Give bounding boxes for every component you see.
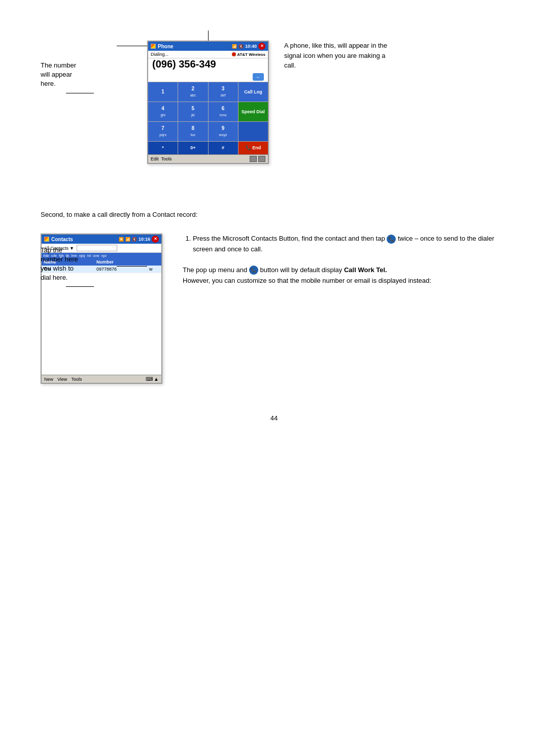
key-4[interactable]: 4ghi xyxy=(148,102,178,121)
key-3[interactable]: 3def xyxy=(209,82,238,102)
popup-text3: However, you can customize so that the m… xyxy=(183,277,431,284)
phone-icon-inline-2: 📞 xyxy=(249,266,258,275)
phone-backspace-area: ← xyxy=(148,72,268,82)
contacts-title-bar: Contacts 🔽 📶 🔇 10:16 ✕ xyxy=(42,235,161,244)
contacts-close-button[interactable]: ✕ xyxy=(152,236,159,243)
contacts-toolbar-new[interactable]: New xyxy=(44,377,53,382)
contacts-signal-icon: 📶 xyxy=(125,237,130,242)
signal-icon: 📶 xyxy=(232,44,237,49)
page-number-text: 44 xyxy=(270,414,278,422)
contacts-win-icon xyxy=(44,237,49,242)
middle-text: Second, to make a call directly from a C… xyxy=(41,211,507,218)
dialing-status: Dialing... xyxy=(151,52,168,57)
popup-info: The pop up menu and 📞 button will by def… xyxy=(183,265,507,286)
page-number: 44 xyxy=(41,414,507,422)
page: The number will appear here. Tap the num… xyxy=(0,0,548,452)
key-2[interactable]: 2abc xyxy=(178,82,208,102)
time-display: 10:40 xyxy=(245,44,257,49)
phone-icon-inline-1: 📞 xyxy=(387,235,396,244)
phone-title-text: Phone xyxy=(158,44,174,49)
key-5[interactable]: 5jkl xyxy=(178,102,208,121)
phone-keypad: 1 2abc 3def Call Log 4ghi 5jkl 6mno Spee… xyxy=(148,82,268,154)
phone-win-icon xyxy=(151,44,156,49)
contacts-filter-icon: 🔽 xyxy=(119,237,124,242)
toolbar-tools[interactable]: Tools xyxy=(161,156,172,161)
phone-title-bar: Phone 📶 🔇 10:40 ✕ xyxy=(148,42,268,51)
key-star[interactable]: * xyxy=(148,142,178,154)
instruction-1: Press the Microsoft Contacts Button, fin… xyxy=(193,234,507,255)
contact-flag: w xyxy=(149,267,159,272)
right-instructions: Press the Microsoft Contacts Button, fin… xyxy=(183,234,507,286)
contacts-toolbar-view[interactable]: View xyxy=(57,377,67,382)
contacts-time: 10:16 xyxy=(139,237,150,242)
phone-icons: 📶 🔇 10:40 ✕ xyxy=(232,43,265,50)
key-7[interactable]: 7pqrs xyxy=(148,122,178,141)
contacts-bottom-bar: New View Tools ⌨ ▲ xyxy=(42,375,161,383)
contacts-toolbar-items: New View Tools xyxy=(44,377,82,382)
left-labels: The number will appear here. Tap the num… xyxy=(41,30,142,180)
toolbar-icon-1 xyxy=(250,156,257,162)
key-6[interactable]: 6mno xyxy=(209,102,238,121)
phone-screen: Phone 📶 🔇 10:40 ✕ Dialing... AT&T Wirele… xyxy=(147,41,269,164)
keyboard-icon[interactable]: ⌨ xyxy=(146,376,153,382)
call-log-button[interactable]: Call Log xyxy=(238,82,268,102)
key-8[interactable]: 8tuv xyxy=(178,122,208,141)
phone-diagram: Phone 📶 🔇 10:40 ✕ Dialing... AT&T Wirele… xyxy=(147,30,269,164)
key-9[interactable]: 9wxyz xyxy=(209,122,238,141)
backspace-button[interactable]: ← xyxy=(253,73,264,81)
contacts-toolbar-right: ⌨ ▲ xyxy=(146,376,159,382)
end-call-button[interactable]: 📞 End xyxy=(238,142,268,154)
carrier-badge: AT&T Wireless xyxy=(232,52,265,57)
close-button-phone[interactable]: ✕ xyxy=(258,43,265,50)
key-empty xyxy=(238,122,268,141)
contacts-title-text: Contacts xyxy=(51,237,73,242)
popup-bold-text: Call Work Tel. xyxy=(344,266,387,274)
key-1[interactable]: 1 xyxy=(148,82,178,102)
carrier-name: AT&T Wireless xyxy=(237,52,265,57)
toolbar-icon-2 xyxy=(258,156,265,162)
label-number-appear: The number will appear here. xyxy=(41,30,142,93)
phone-status-bar: Dialing... AT&T Wireless xyxy=(148,51,268,58)
carrier-dot xyxy=(232,52,236,56)
key-0[interactable]: 0+ xyxy=(178,142,208,154)
middle-text-content: Second, to make a call directly from a C… xyxy=(41,211,197,218)
key-hash[interactable]: # xyxy=(209,142,238,154)
contacts-empty-list xyxy=(42,273,161,375)
speed-dial-button[interactable]: Speed Dial xyxy=(238,102,268,121)
phone-toolbar: Edit Tools xyxy=(148,154,268,163)
col-flag-header xyxy=(149,259,159,265)
label-tap-number: Tap the number here you wish to dial her… xyxy=(41,246,142,287)
instruction-1-text-pre: Press the Microsoft Contacts Button, fin… xyxy=(193,235,387,242)
right-annotation-text: A phone, like this, will appear in the s… xyxy=(284,42,387,69)
phone-number-display: (096) 356-349 xyxy=(148,58,268,72)
top-section: The number will appear here. Tap the num… xyxy=(41,30,507,180)
toolbar-icons xyxy=(250,156,265,162)
speaker-icon: 🔇 xyxy=(238,44,244,49)
right-annotation: A phone, like this, will appear in the s… xyxy=(284,30,396,71)
expand-icon[interactable]: ▲ xyxy=(154,376,159,382)
contacts-toolbar-tools[interactable]: Tools xyxy=(71,377,82,382)
contacts-speaker-icon: 🔇 xyxy=(132,237,137,242)
popup-info-text: The pop up menu and 📞 button will by def… xyxy=(183,265,507,286)
toolbar-edit[interactable]: Edit xyxy=(151,156,159,161)
